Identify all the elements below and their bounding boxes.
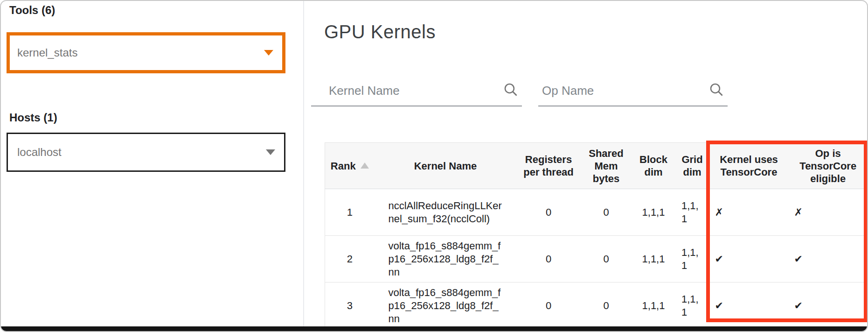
table-header-row: Rank Kernel Name Registers per thread Sh…: [325, 143, 868, 189]
tools-select-value: kernel_stats: [17, 46, 77, 59]
kernel-name-cell: ncclAllReduceRingLLKernel_sum_f32(ncclCo…: [375, 189, 517, 236]
table-row[interactable]: 1 ncclAllReduceRingLLKernel_sum_f32(nccl…: [325, 189, 868, 236]
kernel-name-cell: volta_fp16_s884gemm_fp16_256x128_ldg8_f2…: [375, 283, 517, 329]
rank-cell: 3: [325, 283, 375, 329]
page-title: GPU Kernels: [324, 21, 436, 42]
dropdown-arrow-icon: [264, 50, 273, 56]
registers-cell: 0: [517, 236, 581, 283]
op-name-input[interactable]: [538, 84, 708, 98]
column-header-block-dim[interactable]: Block dim: [632, 143, 675, 189]
table-row[interactable]: 3 volta_fp16_s884gemm_fp16_256x128_ldg8_…: [325, 283, 868, 329]
block-dim-cell: 1,1,1: [632, 236, 675, 283]
grid-dim-cell: 1,1,1: [675, 236, 709, 283]
grid-dim-cell: 1,1,1: [675, 189, 709, 236]
shared-mem-cell: 0: [581, 189, 632, 236]
hosts-label: Hosts (1): [9, 111, 57, 124]
op-tensorcore-eligible-cell: ✔: [789, 283, 868, 329]
kernel-uses-tensorcore-cell: ✔: [709, 283, 789, 329]
hosts-select[interactable]: localhost: [7, 133, 285, 172]
op-tensorcore-eligible-cell: ✗: [789, 189, 868, 236]
sort-ascending-icon: [361, 162, 369, 169]
column-header-rank[interactable]: Rank: [325, 143, 375, 189]
column-header-grid-dim[interactable]: Grid dim: [675, 143, 709, 189]
kernel-name-filter: [311, 76, 522, 106]
search-icon: [502, 81, 519, 98]
rank-cell: 2: [325, 236, 375, 283]
hosts-select-value: localhost: [17, 146, 62, 159]
tools-select[interactable]: kernel_stats: [7, 32, 285, 73]
column-header-kernel-name[interactable]: Kernel Name: [375, 143, 517, 189]
kernel-name-cell: volta_fp16_s884gemm_fp16_256x128_ldg8_f2…: [375, 236, 517, 283]
shared-mem-cell: 0: [581, 283, 632, 329]
block-dim-cell: 1,1,1: [632, 189, 675, 236]
bottom-bar: [1, 326, 867, 331]
kernel-uses-tensorcore-cell: ✔: [709, 236, 789, 283]
column-header-shared-mem-bytes[interactable]: Shared Mem bytes: [581, 143, 632, 189]
grid-dim-cell: 1,1,1: [675, 283, 709, 329]
registers-cell: 0: [517, 283, 581, 329]
search-icon: [708, 81, 725, 98]
op-tensorcore-eligible-cell: ✔: [789, 236, 868, 283]
rank-cell: 1: [325, 189, 375, 236]
profiler-screen: Tools (6) kernel_stats Hosts (1) localho…: [0, 0, 868, 332]
block-dim-cell: 1,1,1: [632, 283, 675, 329]
column-header-registers-per-thread[interactable]: Registers per thread: [517, 143, 581, 189]
column-header-rank-label: Rank: [331, 160, 356, 172]
dropdown-arrow-icon: [266, 149, 275, 155]
column-header-op-tensorcore-eligible[interactable]: Op is TensorCore eligible: [789, 143, 868, 189]
tools-label: Tools (6): [9, 4, 55, 17]
kernel-name-input[interactable]: [311, 84, 502, 98]
column-header-kernel-uses-tensorcore[interactable]: Kernel uses TensorCore: [709, 143, 789, 189]
registers-cell: 0: [517, 189, 581, 236]
op-name-filter: [538, 76, 728, 106]
table-row[interactable]: 2 volta_fp16_s884gemm_fp16_256x128_ldg8_…: [325, 236, 868, 283]
gpu-kernels-table: Rank Kernel Name Registers per thread Sh…: [325, 142, 868, 329]
shared-mem-cell: 0: [581, 236, 632, 283]
sidebar-divider: [303, 1, 304, 332]
kernel-uses-tensorcore-cell: ✗: [709, 189, 789, 236]
